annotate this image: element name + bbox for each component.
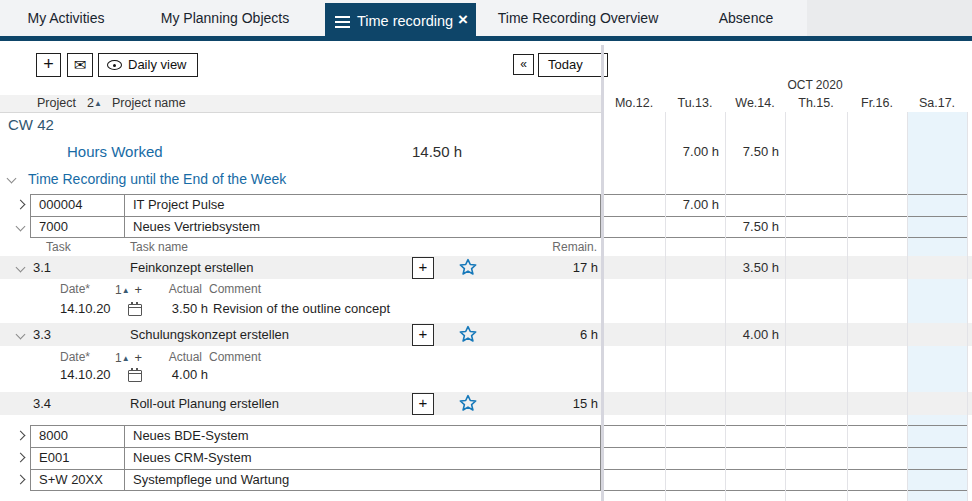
- mail-button[interactable]: ✉: [67, 53, 93, 77]
- section-title[interactable]: Time Recording until the End of the Week: [28, 171, 286, 188]
- tab-my-planning-objects[interactable]: My Planning Objects: [153, 0, 297, 36]
- add-entry-button[interactable]: +: [412, 257, 434, 279]
- previous-week-button[interactable]: «: [513, 54, 534, 75]
- day-cell[interactable]: [907, 216, 967, 238]
- day-cell: [603, 142, 665, 162]
- day-cell[interactable]: [785, 392, 847, 415]
- day-cell[interactable]: [665, 425, 725, 447]
- day-cell[interactable]: [785, 194, 847, 216]
- day-cell[interactable]: [847, 392, 907, 415]
- favorite-star-icon[interactable]: [458, 258, 478, 284]
- column-header-date: Date*: [60, 351, 90, 364]
- day-cell[interactable]: [785, 425, 847, 447]
- tab-my-activities[interactable]: My Activities: [8, 0, 124, 36]
- favorite-star-icon[interactable]: [458, 394, 478, 420]
- expand-row-icon[interactable]: [16, 200, 26, 210]
- project-name-cell[interactable]: Systempflege und Wartung: [125, 469, 601, 491]
- day-cell[interactable]: 7.00 h: [665, 194, 725, 216]
- project-id-cell[interactable]: 7000: [30, 216, 125, 238]
- entry-date[interactable]: 14.10.20: [60, 366, 111, 383]
- entry-actual-hours[interactable]: 3.50 h: [138, 300, 208, 317]
- project-id-cell[interactable]: S+W 20XX: [30, 469, 125, 491]
- day-cell[interactable]: [603, 447, 665, 469]
- project-name-cell[interactable]: Neues BDE-System: [125, 425, 601, 447]
- day-cell[interactable]: [725, 392, 785, 415]
- tab-time-recording-overview[interactable]: Time Recording Overview: [490, 0, 666, 36]
- day-cell[interactable]: [785, 216, 847, 238]
- day-cell[interactable]: [603, 323, 665, 346]
- day-cell[interactable]: [785, 323, 847, 346]
- project-name-cell[interactable]: IT Project Pulse: [125, 194, 601, 216]
- view-selector[interactable]: Daily view: [98, 53, 198, 77]
- day-cell[interactable]: [907, 392, 967, 415]
- project-id-cell[interactable]: 8000: [30, 425, 125, 447]
- day-cell[interactable]: [725, 447, 785, 469]
- day-cell[interactable]: 4.00 h: [725, 323, 785, 346]
- day-cell[interactable]: [785, 256, 847, 279]
- collapse-task-icon[interactable]: [16, 263, 26, 273]
- collapse-row-icon[interactable]: [16, 222, 26, 232]
- favorite-star-icon[interactable]: [458, 325, 478, 351]
- column-header-project-name[interactable]: Project name: [112, 96, 186, 110]
- day-cell[interactable]: [665, 216, 725, 238]
- day-cell[interactable]: [847, 216, 907, 238]
- day-cell[interactable]: [665, 323, 725, 346]
- day-cell[interactable]: [603, 469, 665, 491]
- day-cell[interactable]: [665, 392, 725, 415]
- day-header: We.14.: [725, 95, 785, 111]
- day-cell[interactable]: [847, 194, 907, 216]
- hours-worked-label[interactable]: Hours Worked: [67, 142, 163, 162]
- add-button[interactable]: +: [36, 53, 61, 77]
- entry-comment[interactable]: Revision of the outline concept: [213, 300, 390, 317]
- entry-date[interactable]: 14.10.20: [60, 300, 111, 317]
- day-cell[interactable]: [907, 256, 967, 279]
- day-cell[interactable]: [725, 425, 785, 447]
- entry-header-row: Date* 1▲+ Actual Comment: [0, 283, 972, 296]
- day-cell[interactable]: [907, 469, 967, 491]
- close-tab-icon[interactable]: ×: [458, 3, 468, 39]
- remaining-hours: 15 h: [480, 392, 598, 415]
- day-cell[interactable]: [907, 194, 967, 216]
- today-button[interactable]: Today: [538, 53, 608, 77]
- day-cell[interactable]: [603, 392, 665, 415]
- day-cell[interactable]: [847, 447, 907, 469]
- day-cell[interactable]: 7.50 h: [725, 216, 785, 238]
- day-cell[interactable]: [785, 469, 847, 491]
- expand-row-icon[interactable]: [16, 475, 26, 485]
- pane-divider[interactable]: [601, 45, 604, 501]
- add-entry-button[interactable]: +: [412, 324, 434, 346]
- day-cell[interactable]: [907, 425, 967, 447]
- project-id-cell[interactable]: 000004: [30, 194, 125, 216]
- collapse-task-icon[interactable]: [16, 330, 26, 340]
- day-cell[interactable]: [907, 447, 967, 469]
- day-cell[interactable]: [603, 256, 665, 279]
- day-cell[interactable]: [847, 469, 907, 491]
- project-id-cell[interactable]: E001: [30, 447, 125, 469]
- add-entry-button[interactable]: +: [412, 393, 434, 415]
- column-header-project[interactable]: Project: [37, 96, 76, 110]
- day-cell[interactable]: [847, 323, 907, 346]
- day-cell[interactable]: [847, 256, 907, 279]
- expand-row-icon[interactable]: [16, 453, 26, 463]
- collapse-section-icon[interactable]: [7, 174, 17, 184]
- day-cell[interactable]: [907, 323, 967, 346]
- day-cell[interactable]: [847, 425, 907, 447]
- day-cell[interactable]: [725, 469, 785, 491]
- day-cell[interactable]: [785, 447, 847, 469]
- day-cell[interactable]: [603, 425, 665, 447]
- entry-actual-hours[interactable]: 4.00 h: [138, 366, 208, 383]
- project-name-cell[interactable]: Neues CRM-System: [125, 447, 601, 469]
- day-cell[interactable]: [665, 447, 725, 469]
- project-name-cell[interactable]: Neues Vertriebsystem: [125, 216, 601, 238]
- day-cell[interactable]: 3.50 h: [725, 256, 785, 279]
- day-cell[interactable]: [603, 194, 665, 216]
- day-cell[interactable]: [603, 216, 665, 238]
- expand-row-icon[interactable]: [16, 431, 26, 441]
- tab-absence[interactable]: Absence: [700, 0, 792, 36]
- day-cell[interactable]: [665, 469, 725, 491]
- sort-indicator[interactable]: 2▲: [87, 96, 102, 110]
- day-cell[interactable]: [725, 194, 785, 216]
- day-header: Mo.12.: [603, 95, 665, 111]
- day-cell[interactable]: [665, 256, 725, 279]
- tab-time-recording[interactable]: Time recording ×: [325, 3, 476, 41]
